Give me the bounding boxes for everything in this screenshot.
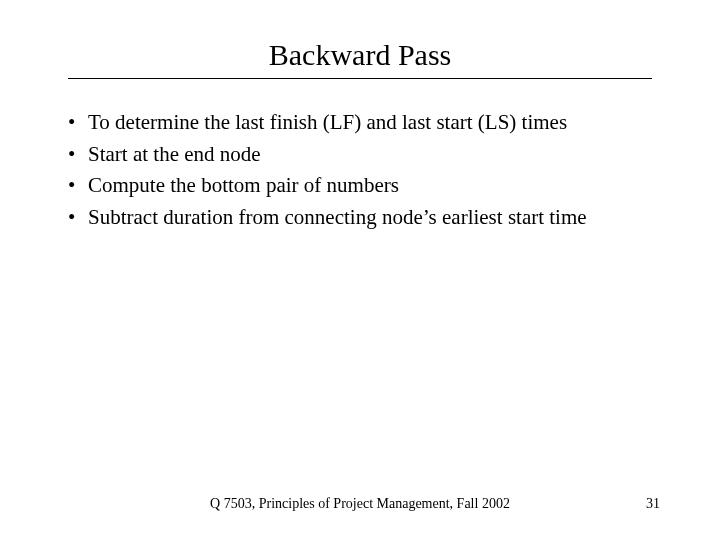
bullet-text: Compute the bottom pair of numbers	[88, 170, 399, 202]
footer-text: Q 7503, Principles of Project Management…	[60, 496, 660, 512]
slide-container: Backward Pass • To determine the last fi…	[0, 0, 720, 540]
bullet-icon: •	[68, 170, 88, 202]
bullet-list: • To determine the last finish (LF) and …	[60, 107, 660, 233]
page-number: 31	[646, 496, 660, 512]
slide-title: Backward Pass	[60, 38, 660, 72]
bullet-text: To determine the last finish (LF) and la…	[88, 107, 567, 139]
bullet-icon: •	[68, 107, 88, 139]
list-item: • Start at the end node	[68, 139, 660, 171]
slide-footer: Q 7503, Principles of Project Management…	[0, 496, 720, 512]
list-item: • Compute the bottom pair of numbers	[68, 170, 660, 202]
title-underline	[68, 78, 652, 79]
bullet-text: Subtract duration from connecting node’s…	[88, 202, 587, 234]
list-item: • To determine the last finish (LF) and …	[68, 107, 660, 139]
bullet-icon: •	[68, 139, 88, 171]
bullet-text: Start at the end node	[88, 139, 261, 171]
bullet-icon: •	[68, 202, 88, 234]
list-item: • Subtract duration from connecting node…	[68, 202, 660, 234]
